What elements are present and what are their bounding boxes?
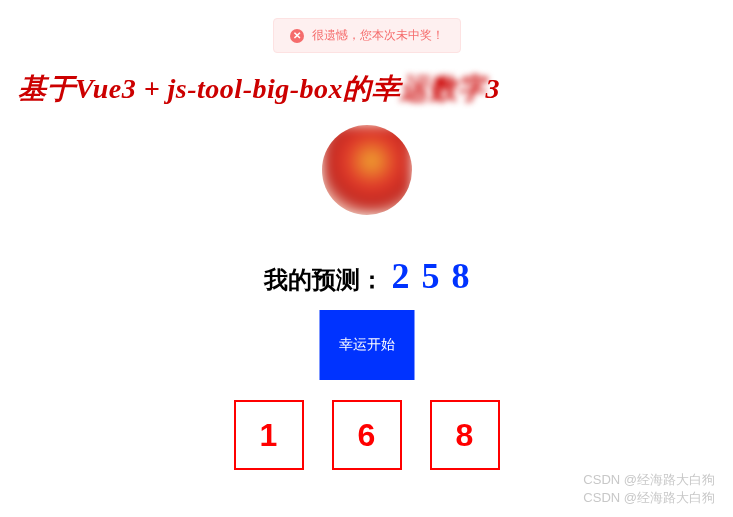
result-row: 1 6 8 <box>0 400 733 470</box>
predict-digit: 8 <box>452 255 470 297</box>
result-digit: 6 <box>332 400 402 470</box>
error-icon: ✕ <box>290 29 304 43</box>
prediction-numbers: 2 5 8 <box>392 255 470 297</box>
watermark: CSDN @经海路大白狗 <box>583 489 715 507</box>
avatar <box>322 125 412 215</box>
alert-banner: ✕ 很遗憾，您本次未中奖！ <box>273 18 461 53</box>
watermark: CSDN @经海路大白狗 <box>583 471 715 489</box>
alert-message: 很遗憾，您本次未中奖！ <box>312 27 444 44</box>
prediction-row: 我的预测： 2 5 8 <box>0 255 733 297</box>
result-digit: 8 <box>430 400 500 470</box>
start-button[interactable]: 幸运开始 <box>319 310 414 380</box>
result-digit: 1 <box>234 400 304 470</box>
page-title: 基于Vue3 + js-tool-big-box的幸运数字3 <box>18 70 715 108</box>
predict-digit: 2 <box>392 255 410 297</box>
prediction-label: 我的预测： <box>264 264 384 296</box>
avatar-image <box>322 125 412 215</box>
predict-digit: 5 <box>422 255 440 297</box>
